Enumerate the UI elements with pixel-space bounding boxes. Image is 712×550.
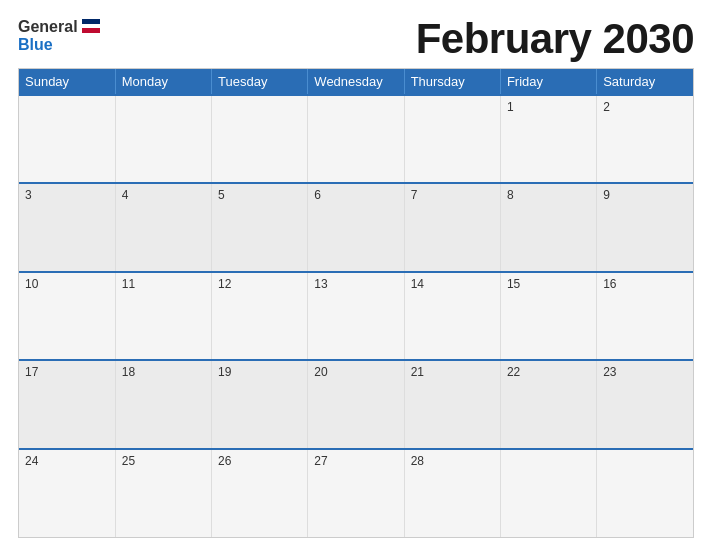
logo-blue-text: Blue <box>18 36 53 54</box>
month-title: February 2030 <box>416 18 694 60</box>
calendar-cell: 28 <box>404 449 500 537</box>
calendar-body: 1234567891011121314151617181920212223242… <box>19 95 693 537</box>
day-number: 26 <box>218 454 301 468</box>
calendar-header: Sunday Monday Tuesday Wednesday Thursday… <box>19 69 693 95</box>
calendar-cell <box>500 449 596 537</box>
day-number: 14 <box>411 277 494 291</box>
calendar-row: 3456789 <box>19 183 693 271</box>
calendar-cell: 6 <box>308 183 404 271</box>
calendar-cell: 18 <box>115 360 211 448</box>
day-number: 27 <box>314 454 397 468</box>
calendar-cell: 27 <box>308 449 404 537</box>
calendar-cell: 1 <box>500 95 596 183</box>
day-number: 24 <box>25 454 109 468</box>
logo-general-text: General <box>18 18 78 36</box>
calendar-cell <box>404 95 500 183</box>
day-number: 23 <box>603 365 687 379</box>
calendar-row: 2425262728 <box>19 449 693 537</box>
calendar-cell: 24 <box>19 449 115 537</box>
calendar-cell: 26 <box>212 449 308 537</box>
calendar-cell: 3 <box>19 183 115 271</box>
col-monday: Monday <box>115 69 211 95</box>
calendar-cell: 20 <box>308 360 404 448</box>
day-number: 13 <box>314 277 397 291</box>
calendar-cell: 19 <box>212 360 308 448</box>
day-number: 20 <box>314 365 397 379</box>
calendar-cell: 8 <box>500 183 596 271</box>
calendar-grid: Sunday Monday Tuesday Wednesday Thursday… <box>18 68 694 538</box>
day-number: 25 <box>122 454 205 468</box>
day-number: 28 <box>411 454 494 468</box>
calendar-cell: 4 <box>115 183 211 271</box>
svg-rect-1 <box>82 24 100 28</box>
col-sunday: Sunday <box>19 69 115 95</box>
calendar-cell <box>19 95 115 183</box>
calendar-cell: 10 <box>19 272 115 360</box>
calendar-cell: 25 <box>115 449 211 537</box>
day-number: 2 <box>603 100 687 114</box>
day-number: 8 <box>507 188 590 202</box>
day-number: 12 <box>218 277 301 291</box>
calendar-cell: 13 <box>308 272 404 360</box>
calendar-page: General Blue February 2030 Sunday Monday… <box>0 0 712 550</box>
calendar-cell: 12 <box>212 272 308 360</box>
header: General Blue February 2030 <box>18 18 694 60</box>
calendar-row: 12 <box>19 95 693 183</box>
day-number: 9 <box>603 188 687 202</box>
calendar-cell: 15 <box>500 272 596 360</box>
day-number: 22 <box>507 365 590 379</box>
col-tuesday: Tuesday <box>212 69 308 95</box>
calendar-cell: 2 <box>597 95 693 183</box>
col-thursday: Thursday <box>404 69 500 95</box>
day-number: 21 <box>411 365 494 379</box>
day-number: 16 <box>603 277 687 291</box>
calendar-cell: 17 <box>19 360 115 448</box>
day-number: 4 <box>122 188 205 202</box>
calendar-cell: 7 <box>404 183 500 271</box>
day-number: 1 <box>507 100 590 114</box>
flag-icon <box>82 19 100 33</box>
calendar-cell: 14 <box>404 272 500 360</box>
calendar-cell: 5 <box>212 183 308 271</box>
calendar-cell <box>115 95 211 183</box>
day-number: 6 <box>314 188 397 202</box>
calendar-cell <box>597 449 693 537</box>
logo: General Blue <box>18 18 100 53</box>
col-wednesday: Wednesday <box>308 69 404 95</box>
calendar-cell: 21 <box>404 360 500 448</box>
col-friday: Friday <box>500 69 596 95</box>
day-number: 5 <box>218 188 301 202</box>
col-saturday: Saturday <box>597 69 693 95</box>
calendar-cell: 16 <box>597 272 693 360</box>
calendar-cell: 11 <box>115 272 211 360</box>
calendar-row: 17181920212223 <box>19 360 693 448</box>
calendar-row: 10111213141516 <box>19 272 693 360</box>
calendar-cell: 22 <box>500 360 596 448</box>
calendar-cell <box>212 95 308 183</box>
svg-rect-0 <box>82 19 100 24</box>
day-number: 19 <box>218 365 301 379</box>
calendar-cell <box>308 95 404 183</box>
calendar-cell: 23 <box>597 360 693 448</box>
svg-rect-2 <box>82 28 100 33</box>
day-number: 7 <box>411 188 494 202</box>
calendar-cell: 9 <box>597 183 693 271</box>
day-number: 18 <box>122 365 205 379</box>
day-number: 11 <box>122 277 205 291</box>
day-number: 17 <box>25 365 109 379</box>
day-number: 3 <box>25 188 109 202</box>
day-number: 15 <box>507 277 590 291</box>
day-number: 10 <box>25 277 109 291</box>
